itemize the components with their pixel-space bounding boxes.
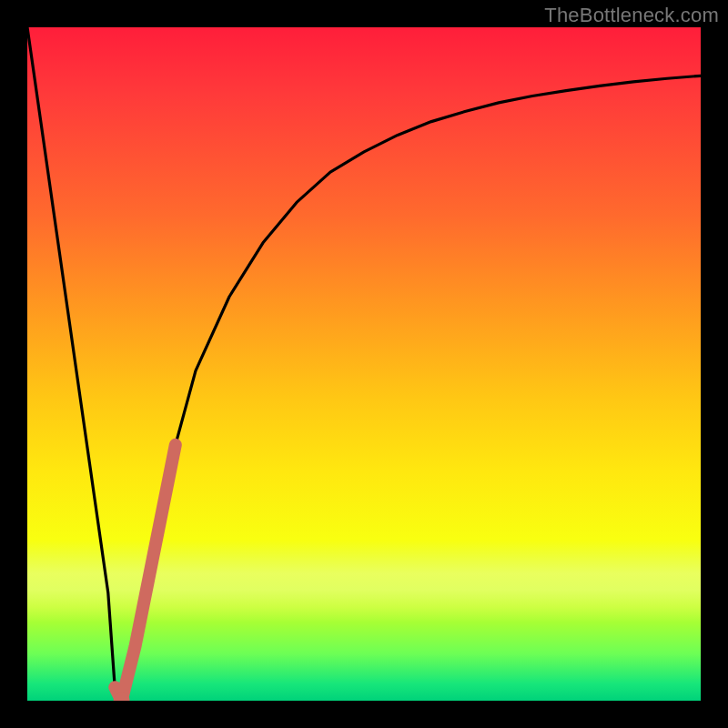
bottleneck-curve xyxy=(27,27,701,701)
curve-highlight-segment xyxy=(115,445,176,701)
chart-frame: TheBottleneck.com xyxy=(0,0,728,728)
curve-minimum-dot xyxy=(114,693,130,701)
watermark-text: TheBottleneck.com xyxy=(544,4,719,27)
plot-area xyxy=(27,27,701,701)
bottleneck-curve-svg xyxy=(27,27,701,701)
pale-band-overlay xyxy=(27,541,701,622)
